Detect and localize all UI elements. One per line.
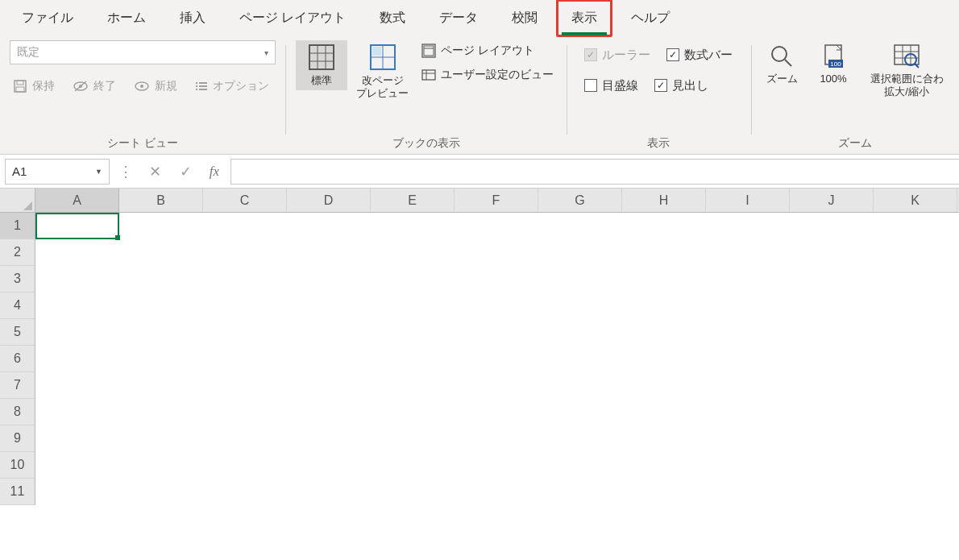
page-layout-view-button[interactable]: ページ レイアウト xyxy=(418,40,557,61)
row: 7 xyxy=(0,372,959,399)
options-label: オプション xyxy=(213,79,269,93)
tab-data[interactable]: データ xyxy=(424,0,493,37)
exit-button[interactable]: 終了 xyxy=(69,76,119,97)
eye-off-icon xyxy=(73,81,89,92)
row: 3 xyxy=(0,266,959,292)
row-header[interactable]: 11 xyxy=(0,479,35,505)
eye-icon xyxy=(134,81,150,92)
column-header[interactable]: J xyxy=(790,189,874,212)
zoom-to-selection-button[interactable]: 選択範囲に合わ 拡大/縮小 xyxy=(862,40,951,102)
new-button[interactable]: 新規 xyxy=(131,76,181,97)
row: 1 xyxy=(0,213,959,239)
zoom-100-button[interactable]: 100 100% xyxy=(811,40,856,89)
zoom-button[interactable]: ズーム xyxy=(759,40,804,89)
row: 5 xyxy=(0,319,959,346)
row-header[interactable]: 6 xyxy=(0,346,35,372)
formula-bar-label: 数式バー xyxy=(684,48,733,63)
checkbox-icon xyxy=(584,48,597,61)
formula-bar-checkbox[interactable]: 数式バー xyxy=(665,45,734,64)
svg-rect-24 xyxy=(424,46,434,56)
svg-rect-22 xyxy=(372,47,381,56)
column-header[interactable]: H xyxy=(622,189,706,212)
fx-icon[interactable]: fx xyxy=(203,164,226,180)
gridlines-label: 目盛線 xyxy=(602,78,638,93)
ribbon: 既定 ▾ 保持 終了 新規 オプション xyxy=(0,35,959,155)
chevron-down-icon: ▼ xyxy=(95,168,102,176)
ribbon-tabs: ファイル ホーム 挿入 ページ レイアウト 数式 データ 校閲 表示 ヘルプ xyxy=(0,0,959,35)
group-workbook-views: 標準 改ページ プレビュー ページ レイアウト ユーザー設定のビュー ブックの表… xyxy=(285,35,567,154)
name-box-value: A1 xyxy=(12,164,27,178)
save-icon xyxy=(13,79,27,93)
row-header[interactable]: 3 xyxy=(0,266,35,292)
normal-view-button[interactable]: 標準 xyxy=(296,40,347,90)
name-box[interactable]: A1 ▼ xyxy=(5,159,110,185)
custom-views-button[interactable]: ユーザー設定のビュー xyxy=(418,64,557,85)
group-workbook-views-label: ブックの表示 xyxy=(392,135,460,152)
zoom-label: ズーム xyxy=(766,73,798,85)
row-header[interactable]: 9 xyxy=(0,425,35,452)
tab-page-layout[interactable]: ページ レイアウト xyxy=(224,0,361,37)
select-all-corner[interactable] xyxy=(0,189,35,212)
sheet-view-combo-value: 既定 xyxy=(17,45,39,60)
group-sheet-view-label: シート ビュー xyxy=(107,135,178,152)
row-header[interactable]: 1 xyxy=(0,213,35,239)
headings-checkbox[interactable]: 見出し xyxy=(653,76,710,95)
svg-line-30 xyxy=(785,60,791,66)
keep-label: 保持 xyxy=(32,79,55,93)
row-header[interactable]: 8 xyxy=(0,399,35,425)
tab-file[interactable]: ファイル xyxy=(6,0,89,37)
ruler-checkbox: ルーラー xyxy=(583,45,652,64)
column-header[interactable]: C xyxy=(203,189,287,212)
spreadsheet-grid: A B C D E F G H I J K 1 2 3 4 5 6 7 8 9 … xyxy=(0,189,959,560)
column-header[interactable]: I xyxy=(706,189,790,212)
new-label: 新規 xyxy=(155,79,177,93)
keep-button[interactable]: 保持 xyxy=(10,76,58,97)
zoom-to-selection-label: 選択範囲に合わ 拡大/縮小 xyxy=(870,73,944,99)
column-header[interactable]: G xyxy=(538,189,622,212)
cancel-formula-button: ✕ xyxy=(142,159,168,185)
zoom-selection-icon xyxy=(893,44,920,69)
group-zoom: ズーム 100 100% 選択範囲に合わ 拡大/縮小 ズーム xyxy=(751,35,959,154)
options-button[interactable]: オプション xyxy=(192,76,272,97)
tab-insert[interactable]: 挿入 xyxy=(164,0,221,37)
page-break-preview-button[interactable]: 改ページ プレビュー xyxy=(354,40,412,104)
gridlines-checkbox[interactable]: 目盛線 xyxy=(583,76,640,95)
page-break-icon xyxy=(369,44,396,71)
sheet-view-combo[interactable]: 既定 ▾ xyxy=(10,40,276,64)
row: 2 xyxy=(0,239,959,266)
column-header[interactable]: E xyxy=(371,189,455,212)
row-header[interactable]: 4 xyxy=(0,292,35,319)
row: 6 xyxy=(0,346,959,372)
custom-views-label: ユーザー設定のビュー xyxy=(441,68,554,82)
tab-home[interactable]: ホーム xyxy=(92,0,161,37)
row-header[interactable]: 10 xyxy=(0,452,35,479)
column-header[interactable]: A xyxy=(35,189,119,212)
column-header[interactable]: D xyxy=(287,189,371,212)
tab-help[interactable]: ヘルプ xyxy=(616,0,685,37)
row-header[interactable]: 5 xyxy=(0,319,35,346)
column-header[interactable]: K xyxy=(874,189,957,212)
separator-icon: ⋮ xyxy=(114,163,137,180)
column-header[interactable]: F xyxy=(455,189,538,212)
exit-label: 終了 xyxy=(93,79,116,93)
normal-view-icon xyxy=(308,44,335,71)
page-break-label: 改ページ プレビュー xyxy=(356,74,409,101)
formula-input[interactable] xyxy=(230,159,959,185)
tab-view[interactable]: 表示 xyxy=(556,0,612,37)
row-header[interactable]: 2 xyxy=(0,239,35,266)
row: 8 xyxy=(0,399,959,425)
row: 10 xyxy=(0,452,959,479)
checkbox-icon xyxy=(584,79,597,92)
row-header[interactable]: 7 xyxy=(0,372,35,399)
normal-view-label: 標準 xyxy=(311,74,332,87)
chevron-down-icon: ▾ xyxy=(264,48,268,57)
tab-review[interactable]: 校閲 xyxy=(496,0,553,37)
row: 4 xyxy=(0,292,959,319)
group-show: ルーラー 数式バー 目盛線 見出し 表示 xyxy=(567,35,751,154)
tab-formulas[interactable]: 数式 xyxy=(364,0,421,37)
page-layout-icon xyxy=(421,44,436,58)
cell-A1[interactable] xyxy=(35,213,119,239)
column-header[interactable]: B xyxy=(119,189,203,212)
zoom-100-label: 100% xyxy=(820,73,846,85)
group-show-label: 表示 xyxy=(647,135,670,152)
